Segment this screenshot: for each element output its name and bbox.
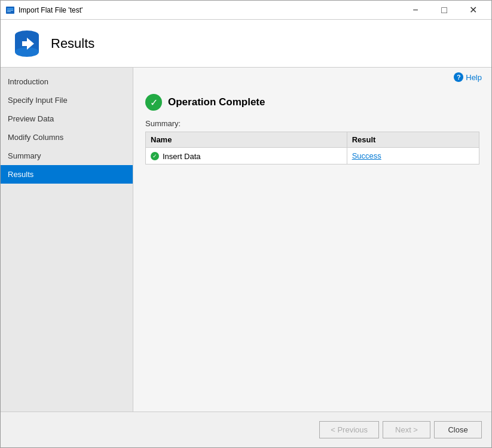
window-controls: − □ ✕ — [402, 1, 487, 20]
content-area: Introduction Specify Input File Preview … — [1, 68, 491, 412]
col-header-name: Name — [146, 132, 347, 148]
previous-button[interactable]: < Previous — [319, 421, 379, 438]
row-result-cell[interactable]: Success — [347, 148, 479, 164]
window-title: Import Flat File 'test' — [19, 6, 402, 14]
minimize-button[interactable]: − — [402, 1, 429, 20]
close-button[interactable]: Close — [434, 421, 482, 438]
main-panel: ? Help ✓ Operation Complete Summary: Nam… — [133, 68, 491, 412]
table-row: ✓ Insert Data Success — [146, 148, 479, 164]
header-icon — [13, 29, 41, 58]
sidebar-item-introduction[interactable]: Introduction — [1, 72, 133, 91]
help-link[interactable]: ? Help — [454, 72, 482, 82]
help-label: Help — [466, 73, 482, 82]
svg-rect-1 — [7, 8, 13, 10]
main-body: ✓ Operation Complete Summary: Name Resul… — [133, 87, 491, 412]
sidebar: Introduction Specify Input File Preview … — [1, 68, 133, 412]
summary-label: Summary: — [145, 119, 479, 128]
success-icon: ✓ — [145, 94, 162, 111]
sidebar-item-summary[interactable]: Summary — [1, 147, 133, 165]
row-success-icon: ✓ — [151, 152, 159, 160]
col-header-result: Result — [347, 132, 479, 148]
header: Results — [1, 20, 491, 68]
svg-rect-3 — [7, 11, 11, 12]
title-bar: Import Flat File 'test' − □ ✕ — [1, 1, 491, 20]
svg-rect-2 — [7, 10, 13, 11]
page-title: Results — [51, 36, 94, 51]
results-table: Name Result ✓ Insert Data — [145, 132, 479, 164]
operation-title: Operation Complete — [168, 96, 265, 108]
maximize-button[interactable]: □ — [430, 1, 458, 20]
sidebar-item-results[interactable]: Results — [1, 165, 133, 184]
row-name-cell: ✓ Insert Data — [146, 148, 347, 164]
help-icon: ? — [454, 72, 463, 82]
sidebar-item-preview-data[interactable]: Preview Data — [1, 109, 133, 128]
sidebar-item-modify-columns[interactable]: Modify Columns — [1, 128, 133, 147]
operation-complete-header: ✓ Operation Complete — [145, 94, 479, 111]
app-icon — [5, 5, 15, 15]
main-window: Import Flat File 'test' − □ ✕ Results In… — [0, 0, 492, 448]
toolbar: ? Help — [133, 68, 491, 87]
close-window-button[interactable]: ✕ — [459, 1, 487, 20]
footer: < Previous Next > Close — [1, 412, 491, 447]
sidebar-item-specify-input-file[interactable]: Specify Input File — [1, 91, 133, 109]
row-name: Insert Data — [163, 152, 201, 161]
next-button[interactable]: Next > — [383, 421, 430, 438]
